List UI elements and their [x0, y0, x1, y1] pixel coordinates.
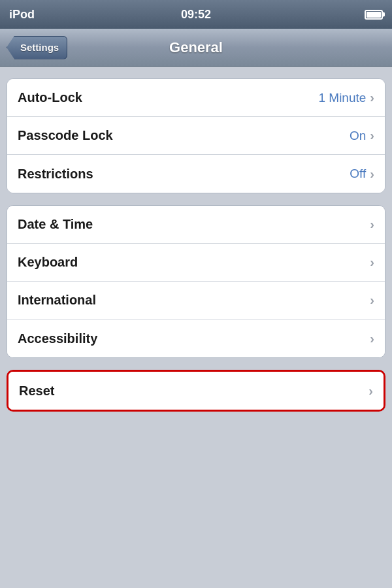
row-value-auto-lock: 1 Minute [318, 91, 366, 105]
chevron-icon-auto-lock: › [370, 90, 374, 105]
row-label-accessibility: Accessibility [18, 331, 97, 346]
chevron-icon-keyboard: › [370, 255, 374, 270]
settings-row-keyboard[interactable]: Keyboard› [7, 244, 385, 282]
battery-icon [365, 10, 383, 20]
row-right-international: › [370, 293, 374, 308]
row-right-accessibility: › [370, 331, 374, 346]
settings-row-date-time[interactable]: Date & Time› [7, 206, 385, 244]
row-right-passcode-lock: On› [350, 128, 374, 143]
settings-content: Auto-Lock1 Minute›Passcode LockOn›Restri… [0, 67, 392, 423]
row-right-reset: › [368, 384, 373, 399]
settings-row-international[interactable]: International› [7, 282, 385, 319]
status-time: 09:52 [181, 8, 211, 22]
settings-row-reset[interactable]: Reset› [8, 372, 384, 410]
device-name: iPod [9, 8, 35, 22]
row-value-restrictions: Off [350, 167, 366, 181]
row-label-auto-lock: Auto-Lock [18, 90, 82, 105]
row-label-international: International [18, 293, 96, 308]
settings-group-group1: Auto-Lock1 Minute›Passcode LockOn›Restri… [7, 78, 385, 193]
settings-row-auto-lock[interactable]: Auto-Lock1 Minute› [7, 79, 385, 117]
back-button[interactable]: Settings [7, 36, 67, 59]
chevron-icon-restrictions: › [370, 167, 374, 182]
page-title: General [169, 39, 223, 56]
row-label-passcode-lock: Passcode Lock [18, 128, 113, 143]
row-right-date-time: › [370, 217, 374, 232]
row-right-auto-lock: 1 Minute› [318, 90, 374, 105]
settings-row-passcode-lock[interactable]: Passcode LockOn› [7, 117, 385, 155]
chevron-icon-reset: › [368, 384, 373, 399]
battery-fill [367, 12, 381, 18]
row-label-date-time: Date & Time [18, 217, 93, 232]
settings-row-accessibility[interactable]: Accessibility› [7, 319, 385, 357]
settings-group-group2: Date & Time›Keyboard›International›Acces… [7, 205, 385, 358]
battery-indicator [365, 10, 383, 20]
chevron-icon-accessibility: › [370, 331, 374, 346]
row-label-keyboard: Keyboard [18, 255, 78, 270]
status-bar: iPod 09:52 [0, 0, 392, 29]
nav-bar: Settings General [0, 29, 392, 67]
row-right-restrictions: Off› [350, 167, 374, 182]
row-label-restrictions: Restrictions [18, 167, 93, 182]
row-right-keyboard: › [370, 255, 374, 270]
chevron-icon-passcode-lock: › [370, 128, 374, 143]
row-value-passcode-lock: On [350, 129, 366, 143]
settings-group-group3: Reset› [7, 370, 385, 412]
settings-row-restrictions[interactable]: RestrictionsOff› [7, 155, 385, 193]
chevron-icon-international: › [370, 293, 374, 308]
chevron-icon-date-time: › [370, 217, 374, 232]
row-label-reset: Reset [19, 384, 54, 399]
